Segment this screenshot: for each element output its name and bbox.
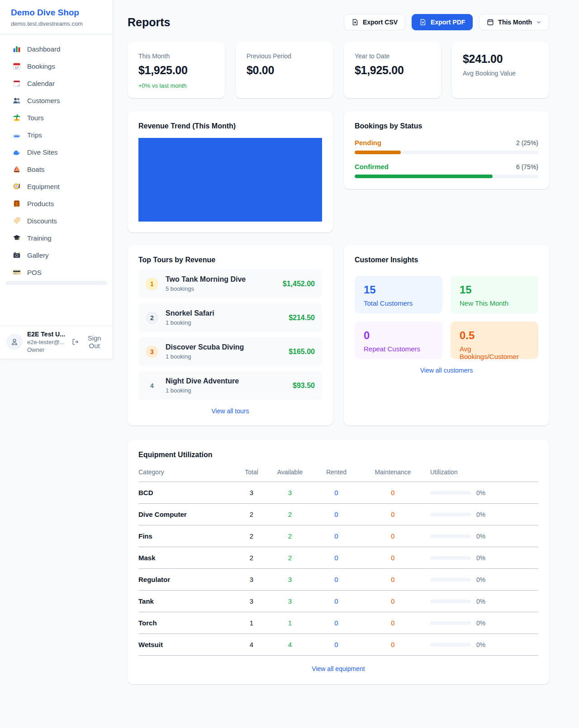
dive-mask-icon bbox=[13, 182, 21, 190]
revenue-trend-title: Revenue Trend (This Month) bbox=[138, 122, 322, 130]
tile-value: 0 bbox=[364, 329, 433, 342]
equipment-maintenance: 0 bbox=[360, 547, 426, 569]
sidebar-item-reports-partial[interactable] bbox=[5, 281, 107, 285]
equipment-total: 4 bbox=[236, 634, 267, 656]
rank-badge: 2 bbox=[146, 312, 158, 324]
view-all-tours-link[interactable]: View all tours bbox=[211, 407, 249, 415]
sidebar-item-pos[interactable]: POS bbox=[5, 264, 107, 281]
col-header-maintenance: Maintenance bbox=[360, 468, 426, 482]
utilization-percent: 0% bbox=[476, 598, 485, 605]
view-all-equipment-link[interactable]: View all equipment bbox=[312, 665, 365, 672]
stat-label: Previous Period bbox=[247, 52, 322, 60]
tile-value: 15 bbox=[460, 284, 529, 296]
sign-out-label: Sign Out bbox=[82, 334, 106, 350]
utilization-track bbox=[430, 600, 471, 603]
stat-delta: +0% vs last month bbox=[138, 82, 214, 89]
tile-label: Total Customers bbox=[364, 299, 433, 307]
sidebar-item-label: Customers bbox=[27, 97, 60, 104]
sidebar-item-label: Bookings bbox=[27, 62, 55, 70]
people-icon bbox=[13, 96, 21, 104]
period-dropdown[interactable]: This Month bbox=[479, 14, 549, 30]
equipment-maintenance: 0 bbox=[360, 525, 426, 547]
sidebar-item-label: POS bbox=[27, 269, 42, 276]
sidebar-item-bookings[interactable]: 17 Bookings bbox=[5, 57, 107, 75]
view-all-customers-link[interactable]: View all customers bbox=[420, 367, 473, 374]
tour-name: Discover Scuba Diving bbox=[166, 343, 244, 351]
equipment-maintenance: 0 bbox=[360, 482, 426, 504]
sidebar-item-label: Gallery bbox=[27, 251, 49, 259]
tour-row: 2 Snorkel Safari 1 booking $214.50 bbox=[138, 303, 322, 332]
user-info: E2E Test U... e2e-tester@... Owner bbox=[27, 331, 67, 353]
stat-value: $1,925.00 bbox=[138, 64, 214, 77]
equipment-rented: 0 bbox=[313, 634, 360, 656]
equipment-category: Wetsuit bbox=[138, 634, 236, 656]
sidebar-item-tours[interactable]: Tours bbox=[5, 109, 107, 126]
equipment-row: Mask 2 2 0 0 0% bbox=[138, 547, 538, 569]
sidebar-item-label: Dive Sites bbox=[27, 148, 58, 156]
equipment-category: BCD bbox=[138, 482, 236, 504]
sidebar-item-label: Training bbox=[27, 234, 52, 242]
export-pdf-button[interactable]: Export PDF bbox=[412, 14, 473, 30]
equipment-total: 2 bbox=[236, 525, 267, 547]
customer-insights-title: Customer Insights bbox=[355, 256, 538, 264]
equipment-rented: 0 bbox=[313, 569, 360, 591]
sidebar-item-customers[interactable]: Customers bbox=[5, 92, 107, 109]
export-csv-button[interactable]: Export CSV bbox=[344, 14, 405, 30]
sidebar-item-products[interactable]: Products bbox=[5, 195, 107, 212]
sign-out-button[interactable]: Sign Out bbox=[72, 334, 106, 350]
tile-value: 15 bbox=[364, 284, 433, 296]
sidebar-item-label: Boats bbox=[27, 165, 44, 173]
sidebar-nav: Dashboard 17 Bookings Calendar Customers… bbox=[0, 34, 113, 326]
equipment-row: Wetsuit 4 4 0 0 0% bbox=[138, 634, 538, 656]
brand-name: Demo Dive Shop bbox=[11, 8, 102, 18]
rank-badge: 3 bbox=[146, 345, 158, 358]
island-icon bbox=[13, 113, 21, 122]
sidebar-item-label: Discounts bbox=[27, 217, 57, 225]
equipment-maintenance: 0 bbox=[360, 569, 426, 591]
sidebar-item-label: Calendar bbox=[27, 80, 55, 87]
stat-value: $1,925.00 bbox=[355, 64, 430, 77]
sidebar-user-footer: E2E Test U... e2e-tester@... Owner Sign … bbox=[0, 326, 113, 359]
equipment-available: 3 bbox=[267, 569, 313, 591]
tour-amount: $1,452.00 bbox=[283, 280, 315, 288]
equipment-maintenance: 0 bbox=[360, 612, 426, 634]
col-header-utilization: Utilization bbox=[426, 468, 538, 482]
tile-avg-bookings-customer: 0.5 Avg Bookings/Customer bbox=[451, 321, 538, 359]
sidebar-item-gallery[interactable]: Gallery bbox=[5, 246, 107, 264]
sidebar-item-training[interactable]: Training bbox=[5, 229, 107, 246]
tile-new-this-month: 15 New This Month bbox=[451, 276, 538, 313]
equipment-maintenance: 0 bbox=[360, 504, 426, 525]
status-label: Confirmed bbox=[355, 163, 389, 170]
main-content: Reports Export CSV Export PDF This Month… bbox=[128, 0, 549, 684]
tour-bookings: 1 booking bbox=[166, 387, 239, 394]
stat-value: $241.00 bbox=[463, 52, 538, 66]
brand: Demo Dive Shop demo.test.divestreams.com bbox=[0, 0, 113, 34]
tile-total-customers: 15 Total Customers bbox=[355, 276, 442, 313]
sidebar-item-label: Trips bbox=[27, 131, 42, 139]
equipment-table: Category Total Available Rented Maintena… bbox=[138, 468, 538, 656]
sidebar-item-calendar[interactable]: Calendar bbox=[5, 75, 107, 92]
user-role: Owner bbox=[27, 346, 67, 353]
status-count: 6 (75%) bbox=[516, 163, 538, 170]
equipment-total: 3 bbox=[236, 569, 267, 591]
avatar bbox=[6, 334, 23, 350]
col-header-total: Total bbox=[236, 468, 267, 482]
bookings-status-card: Bookings by Status Pending 2 (25%) Confi… bbox=[344, 111, 549, 189]
equipment-total: 3 bbox=[236, 482, 267, 504]
sidebar-item-trips[interactable]: Trips bbox=[5, 126, 107, 143]
sidebar-item-discounts[interactable]: Discounts bbox=[5, 212, 107, 229]
equipment-total: 1 bbox=[236, 612, 267, 634]
sidebar-item-label: Dashboard bbox=[27, 45, 60, 53]
sidebar-item-dive-sites[interactable]: Dive Sites bbox=[5, 143, 107, 161]
stats-row: This Month $1,925.00 +0% vs last month P… bbox=[128, 42, 549, 98]
wave-icon bbox=[13, 148, 21, 156]
sidebar-item-boats[interactable]: Boats bbox=[5, 161, 107, 178]
utilization-percent: 0% bbox=[476, 619, 485, 627]
equipment-category: Mask bbox=[138, 547, 236, 569]
revenue-trend-card: Revenue Trend (This Month) bbox=[128, 111, 333, 232]
sidebar-item-dashboard[interactable]: Dashboard bbox=[5, 40, 107, 57]
utilization-percent: 0% bbox=[476, 641, 485, 648]
stat-label: Year to Date bbox=[355, 52, 430, 60]
tour-row: 1 Two Tank Morning Dive 5 bookings $1,45… bbox=[138, 269, 322, 298]
sidebar-item-equipment[interactable]: Equipment bbox=[5, 178, 107, 195]
